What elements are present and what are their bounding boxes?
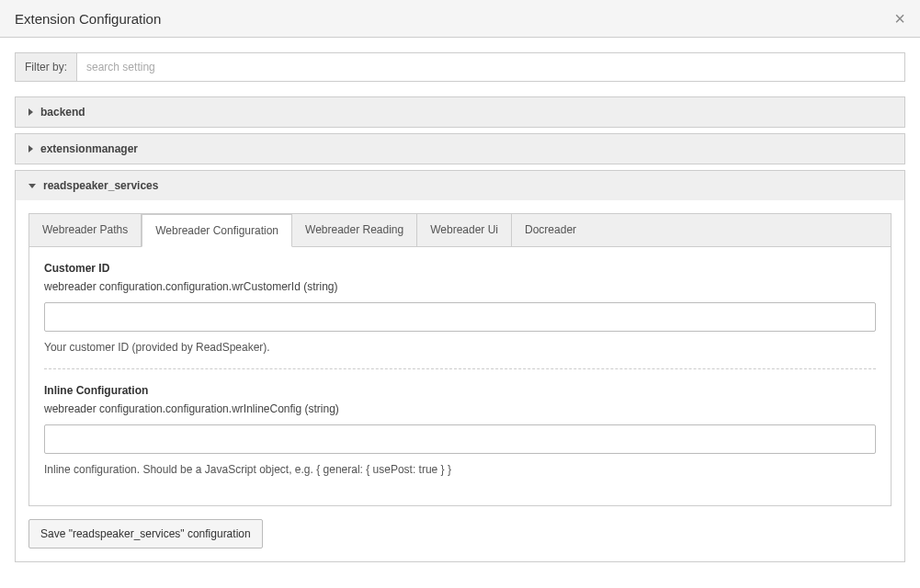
category-title: backend [40,106,85,119]
category-header-extensionmanager[interactable]: extensionmanager [16,134,904,164]
tab-webreader-reading[interactable]: Webreader Reading [292,214,417,246]
tab-webreader-ui[interactable]: Webreader Ui [417,214,512,246]
chevron-right-icon [28,145,33,153]
customer-id-input[interactable] [44,302,876,332]
close-icon[interactable]: × [894,9,905,28]
save-button[interactable]: Save "readspeaker_services" configuratio… [28,519,263,548]
filter-input[interactable] [77,53,904,81]
field-help: Inline configuration. Should be a JavaSc… [44,463,876,476]
field-customer-id: Customer ID webreader configuration.conf… [44,262,876,368]
category-header-readspeaker[interactable]: readspeaker_services [16,171,904,200]
category-readspeaker-services: readspeaker_services Webreader Paths Web… [15,170,905,562]
tabs-nav: Webreader Paths Webreader Configuration … [28,213,892,247]
category-title: extensionmanager [40,142,138,155]
field-help: Your customer ID (provided by ReadSpeake… [44,341,876,354]
modal-title: Extension Configuration [15,11,161,27]
filter-row: Filter by: [15,52,905,82]
category-extensionmanager: extensionmanager [15,133,905,164]
field-path: webreader configuration.configuration.wr… [44,280,876,293]
field-inline-configuration: Inline Configuration webreader configura… [44,368,876,491]
category-title: readspeaker_services [43,179,158,192]
chevron-down-icon [28,184,36,188]
category-backend: backend [15,96,905,128]
filter-label: Filter by: [16,53,77,81]
modal-header: Extension Configuration × [0,0,920,38]
config-panel: Customer ID webreader configuration.conf… [28,247,892,506]
chevron-right-icon [28,108,33,116]
field-title: Inline Configuration [44,384,876,397]
tab-webreader-configuration[interactable]: Webreader Configuration [142,214,292,247]
field-title: Customer ID [44,262,876,275]
tab-docreader[interactable]: Docreader [512,214,589,246]
inline-config-input[interactable] [44,424,876,454]
field-path: webreader configuration.configuration.wr… [44,402,876,415]
category-header-backend[interactable]: backend [16,97,904,127]
tabs-area: Webreader Paths Webreader Configuration … [16,200,904,561]
modal-body: Filter by: backend extensionmanager read… [0,38,920,582]
tab-webreader-paths[interactable]: Webreader Paths [29,214,142,246]
